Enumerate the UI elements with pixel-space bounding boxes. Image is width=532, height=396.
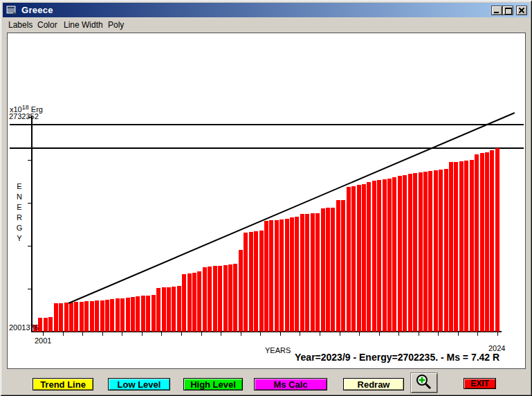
energy-bar: [347, 187, 351, 332]
low-level-button[interactable]: Low Level: [108, 378, 170, 390]
redraw-button[interactable]: Redraw: [343, 378, 404, 390]
energy-bar: [413, 173, 417, 332]
energy-bar: [146, 296, 150, 332]
energy-bar: [48, 317, 53, 332]
x-axis-tick: [142, 332, 143, 336]
unit-exponent: 18: [22, 104, 29, 111]
energy-bar: [64, 303, 68, 332]
status-readout: Year=2023/9 - Energy=2702235. - Ms = 7.4…: [295, 352, 499, 363]
menu-labels[interactable]: Labels: [7, 19, 34, 30]
x-axis-tick: [398, 332, 399, 336]
energy-bar: [80, 302, 84, 332]
menu-color[interactable]: Color: [36, 19, 59, 30]
x-axis-tick: [379, 332, 380, 336]
close-button[interactable]: [516, 6, 527, 15]
x-axis-tick: [221, 332, 221, 336]
energy-bar: [372, 181, 376, 332]
energy-bar: [428, 171, 432, 332]
menu-line-width[interactable]: Line Width: [62, 19, 104, 30]
minimize-icon: [494, 12, 499, 13]
energy-bar: [290, 217, 294, 332]
energy-bar: [357, 185, 361, 332]
x-axis-tick: [241, 332, 241, 336]
x-axis-tick: [280, 332, 281, 336]
energy-bar: [244, 233, 248, 332]
energy-bar: [480, 153, 484, 332]
energy-bar: [69, 303, 73, 332]
ms-calc-button[interactable]: Ms Calc: [254, 378, 327, 390]
energy-bar: [264, 221, 268, 332]
x-axis-tick: [458, 332, 459, 336]
chart-canvas[interactable]: x1018 Erg 2732352 2001376 ENERGY 2001 20…: [7, 33, 526, 369]
x-axis-tick: [161, 332, 162, 336]
energy-bar: [90, 301, 94, 332]
trend-line-button[interactable]: Trend Line: [33, 378, 93, 390]
energy-bar: [249, 232, 253, 332]
energy-bar: [495, 148, 499, 332]
energy-bar: [392, 177, 396, 332]
energy-bar: [152, 295, 156, 332]
energy-bar: [326, 208, 330, 332]
energy-bar: [464, 161, 468, 332]
x-axis-tick: [181, 332, 182, 336]
energy-bar: [485, 152, 489, 332]
energy-bar: [305, 214, 309, 332]
x-axis-tick: [82, 332, 83, 336]
energy-bar: [459, 161, 464, 332]
energy-bar: [197, 271, 201, 332]
menu-poly[interactable]: Poly: [107, 19, 125, 30]
energy-bar: [336, 200, 340, 332]
energy-bar: [95, 300, 99, 332]
y-axis-tick: [28, 289, 31, 289]
energy-bar: [126, 298, 130, 332]
x-axis-tick: [63, 332, 64, 336]
title-bar[interactable]: Greece: [3, 3, 529, 17]
energy-bar: [449, 162, 453, 332]
zoom-button[interactable]: [410, 372, 438, 393]
x-axis-tick: [477, 332, 478, 336]
x-axis-tick: [419, 332, 419, 336]
x-axis-tick: [102, 332, 103, 336]
energy-bar: [116, 298, 120, 332]
energy-bar: [177, 286, 181, 332]
x-axis-tick: [497, 332, 498, 336]
energy-bar: [44, 318, 48, 332]
high-level-button[interactable]: High Level: [183, 378, 243, 390]
energy-bar: [387, 179, 392, 332]
energy-bar: [218, 266, 222, 332]
energy-bar: [110, 299, 114, 332]
energy-bar: [300, 214, 304, 332]
energy-bar: [54, 303, 58, 332]
y-axis-title: ENERGY: [15, 182, 24, 244]
high-level-line: [10, 124, 524, 125]
exit-button[interactable]: EXIT: [464, 378, 496, 389]
energy-bar: [182, 274, 186, 332]
energy-bar: [167, 287, 171, 332]
x-first-tick-label: 2001: [35, 336, 51, 345]
energy-bar: [439, 170, 443, 332]
x-axis-tick: [260, 332, 261, 336]
window-title: Greece: [21, 5, 53, 15]
energy-bar: [408, 174, 412, 332]
energy-bar: [295, 217, 299, 332]
minimize-button[interactable]: [491, 6, 502, 15]
x-axis-tick: [359, 332, 360, 336]
energy-bar: [351, 186, 356, 332]
y-axis-min-label: 2001376: [9, 323, 39, 332]
x-axis-tick: [300, 332, 300, 336]
y-axis-tick: [28, 246, 31, 246]
energy-bar: [403, 175, 407, 332]
x-axis-tick: [438, 332, 439, 336]
maximize-button[interactable]: [502, 6, 513, 15]
x-axis-title: YEARS: [265, 346, 291, 354]
energy-bar: [383, 179, 387, 332]
energy-bar: [239, 250, 243, 332]
energy-bar: [454, 162, 458, 332]
energy-bar: [275, 220, 279, 332]
y-axis-tick: [28, 160, 31, 161]
energy-bar: [100, 300, 104, 332]
energy-bar: [141, 296, 145, 332]
maximize-icon: [505, 8, 512, 15]
energy-bar: [228, 264, 232, 332]
x-axis-tick: [122, 332, 122, 336]
